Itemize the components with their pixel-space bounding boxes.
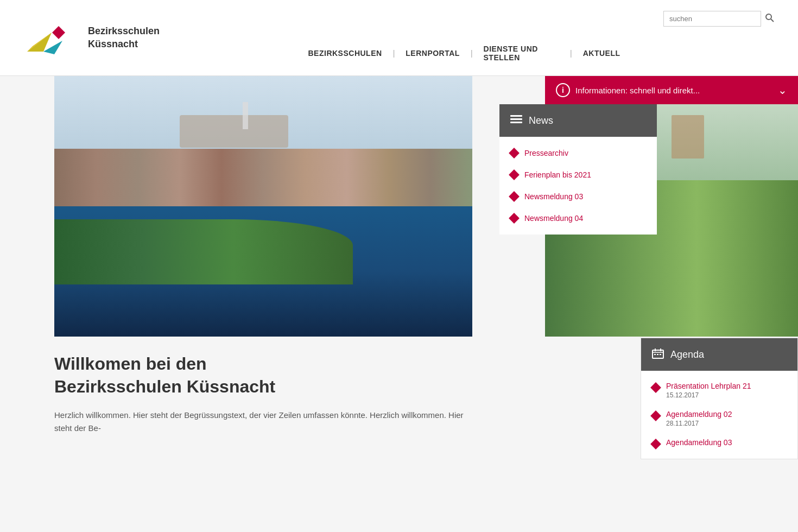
svg-rect-14 [657, 354, 658, 355]
svg-marker-2 [52, 26, 65, 39]
welcome-text: Herzlich willkommen. Hier steht der Begr… [54, 409, 467, 435]
agenda-diamond-icon [650, 439, 661, 449]
content-area: News Pressearchiv Ferienplan bis 2021 Ne… [0, 76, 798, 337]
city-layer [54, 149, 472, 214]
info-icon: i [556, 83, 570, 97]
agenda-link-agendameldung02: Agendameldung 02 [666, 410, 732, 419]
info-bar-text: Informationen: schnell und direkt... [575, 86, 700, 95]
news-diamond-icon [509, 191, 520, 202]
news-diamond-icon [509, 148, 520, 159]
agenda-item-agendameldung02[interactable]: Agendameldung 02 28.11.2017 [641, 404, 797, 433]
svg-rect-8 [510, 122, 522, 123]
svg-rect-6 [510, 115, 522, 117]
news-item-newsmeldung04[interactable]: Newsmeldung 04 [499, 207, 657, 229]
right-area: News Pressearchiv Ferienplan bis 2021 Ne… [472, 76, 798, 337]
svg-point-4 [766, 14, 771, 20]
news-diamond-icon [509, 169, 520, 180]
agenda-icon [652, 348, 664, 362]
news-header: News [499, 104, 657, 137]
agenda-header: Agenda [641, 338, 797, 371]
welcome-section: Willkomen bei denBezirksschulen Küssnach… [54, 353, 467, 435]
news-diamond-icon [509, 213, 520, 224]
agenda-item-content: Agendameldung 02 28.11.2017 [666, 410, 732, 427]
agenda-item-content: Agendameldung 03 [666, 438, 732, 448]
agenda-link-agendameldung03: Agendameldung 03 [666, 438, 732, 447]
info-chevron-icon[interactable]: ⌄ [778, 84, 787, 97]
nav-aktuell[interactable]: AKTUELL [572, 49, 631, 58]
news-item-pressearchiv[interactable]: Pressearchiv [499, 142, 657, 164]
list-icon [510, 115, 522, 124]
news-items-list: Pressearchiv Ferienplan bis 2021 Newsmel… [499, 137, 657, 235]
bg-building-2 [672, 115, 704, 159]
hero-image [54, 76, 472, 337]
agenda-items-list: Präsentation Lehrplan 21 15.12.2017 Agen… [641, 371, 797, 459]
nav-lernportal[interactable]: LERNPORTAL [395, 49, 471, 58]
agenda-link-praesentation: Präsentation Lehrplan 21 [666, 382, 751, 390]
lower-section: Willkomen bei denBezirksschulen Küssnach… [0, 337, 798, 435]
agenda-title: Agenda [670, 349, 704, 360]
agenda-date-agendameldung02: 28.11.2017 [666, 420, 732, 427]
agenda-diamond-icon [650, 382, 661, 393]
city-detail [180, 115, 288, 148]
welcome-title: Willkomen bei denBezirksschulen Küssnach… [54, 353, 467, 398]
agenda-item-praesentation[interactable]: Präsentation Lehrplan 21 15.12.2017 [641, 376, 797, 404]
agenda-diamond-icon [650, 410, 661, 421]
news-item-newsmeldung03[interactable]: Newsmeldung 03 [499, 186, 657, 207]
news-icon [510, 115, 522, 127]
search-button[interactable] [763, 11, 776, 27]
site-header: Bezirksschulen Küssnacht BEZIRKSSCHULEN … [0, 0, 798, 76]
svg-rect-13 [654, 354, 656, 355]
search-area [663, 11, 776, 27]
news-link-ferienplan: Ferienplan bis 2021 [524, 170, 591, 179]
logo[interactable]: Bezirksschulen Küssnacht [22, 16, 160, 60]
news-item-ferienplan[interactable]: Ferienplan bis 2021 [499, 164, 657, 186]
svg-rect-7 [510, 118, 522, 120]
calendar-icon [652, 348, 664, 359]
search-input[interactable] [663, 11, 761, 27]
main-nav: BEZIRKSSCHULEN | LERNPORTAL | DIENSTE UN… [297, 45, 631, 62]
logo-text: Bezirksschulen Küssnacht [88, 25, 160, 50]
news-panel: News Pressearchiv Ferienplan bis 2021 Ne… [499, 104, 657, 235]
tower-detail [243, 102, 248, 129]
agenda-item-content: Präsentation Lehrplan 21 15.12.2017 [666, 382, 751, 399]
info-bar-left: i Informationen: schnell und direkt... [556, 83, 700, 97]
agenda-panel: Agenda Präsentation Lehrplan 21 15.12.20… [641, 338, 798, 459]
nav-dienste[interactable]: DIENSTE UND STELLEN [473, 45, 571, 62]
search-icon [765, 14, 774, 22]
agenda-panel-wrapper: Agenda Präsentation Lehrplan 21 15.12.20… [545, 331, 798, 459]
agenda-date-praesentation: 15.12.2017 [666, 391, 751, 399]
nav-bezirksschulen[interactable]: BEZIRKSSCHULEN [297, 49, 393, 58]
svg-rect-15 [660, 354, 661, 355]
agenda-item-agendameldung03[interactable]: Agendameldung 03 [641, 433, 797, 453]
news-link-newsmeldung03: Newsmeldung 03 [524, 192, 583, 201]
news-link-newsmeldung04: Newsmeldung 04 [524, 214, 583, 223]
logo-icon [22, 16, 81, 60]
svg-line-5 [771, 19, 774, 22]
news-link-pressearchiv: Pressearchiv [524, 149, 568, 157]
news-title: News [529, 115, 553, 126]
green-layer [54, 219, 353, 284]
info-bar[interactable]: i Informationen: schnell und direkt... ⌄ [545, 76, 798, 104]
